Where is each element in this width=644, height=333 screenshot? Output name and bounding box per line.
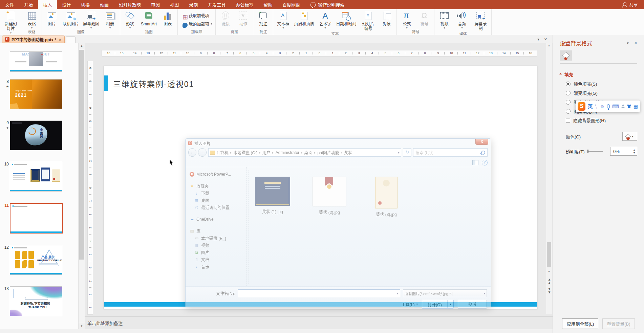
spin-arrows-icon[interactable]: ▲▼ <box>631 148 637 154</box>
tell-me-search[interactable]: 操作说明搜索 <box>305 0 350 9</box>
menu-tab-办公标签[interactable]: 办公标签 <box>231 0 258 9</box>
back-button[interactable]: ← <box>188 148 196 157</box>
menu-tab-文件[interactable]: 文件 <box>0 0 19 9</box>
filetype-filter-select[interactable]: 所有图片(*.emf;*.wmf;*.jpg;*.j ▾ <box>403 289 487 297</box>
breadcrumb-item[interactable]: 用户 <box>262 150 271 155</box>
ribbon-button-相册[interactable]: 相册▾ <box>102 10 119 29</box>
file-tab[interactable]: PPT中的修图功能.pptx * × <box>2 36 65 43</box>
next-slide-button[interactable]: ▼▼ <box>546 287 552 295</box>
nav-item-视频[interactable]: ▥视频 <box>190 242 246 249</box>
slide-thumbnail-8[interactable]: Forget Your Point2021 <box>10 79 62 109</box>
fill-option-纯色填充(S)[interactable]: 纯色填充(S) <box>566 81 637 87</box>
ribbon-button-视频[interactable]: 视频▾ <box>436 10 453 29</box>
fill-section-header[interactable]: 填充 <box>560 71 637 77</box>
breadcrumb-item[interactable]: Administrator <box>276 150 300 155</box>
filename-dropdown-icon[interactable]: ▾ <box>395 292 400 295</box>
breadcrumb-item[interactable]: 桌面 <box>304 150 313 155</box>
fill-tab-button[interactable] <box>560 50 572 61</box>
ribbon-button-图表[interactable]: 图表 <box>159 10 176 26</box>
file-item[interactable]: 奖状 (1).jpg <box>253 177 292 286</box>
scrollbar-thumb[interactable] <box>79 50 84 260</box>
ribbon-button-形状[interactable]: 形状▾ <box>122 10 138 29</box>
file-thumbnail[interactable] <box>255 177 290 206</box>
checkbox-icon[interactable] <box>566 118 570 123</box>
refresh-button[interactable]: ↻ <box>403 148 411 157</box>
nav-item-库[interactable]: ▤库 <box>190 227 246 235</box>
file-item[interactable]: 奖状 (3).jpg <box>367 177 406 286</box>
ribbon-button-批注[interactable]: +批注 <box>255 10 272 26</box>
scroll-down-icon[interactable]: ▼ <box>79 323 85 329</box>
canvas-scrollbar[interactable]: ▲ ▼ ▲▲ ▼▼ <box>546 43 552 314</box>
help-icon[interactable]: ? <box>482 160 488 165</box>
menu-tab-视图[interactable]: 视图 <box>165 0 184 9</box>
address-breadcrumb[interactable]: 计算机▸本地磁盘 (C:)▸用户▸Administrator▸桌面▸ppt图片功… <box>208 148 401 157</box>
ribbon-button-新建幻灯片[interactable]: ✦新建幻灯片▾ <box>1 10 20 35</box>
menu-tab-审阅[interactable]: 审阅 <box>146 0 165 9</box>
ribbon-button-表格[interactable]: 表格▾ <box>23 10 40 29</box>
notes-placeholder[interactable]: 单击此处添加备注 <box>87 320 123 326</box>
slide-title-text[interactable]: 三维旋转案例-透视01 <box>113 78 194 89</box>
tools-button[interactable]: 工具(L) ▾ <box>402 302 418 307</box>
radio-icon[interactable] <box>566 109 571 114</box>
scroll-up-icon[interactable]: ▲ <box>79 43 85 49</box>
ime-mode-english[interactable]: 英 <box>588 104 593 109</box>
breadcrumb-item[interactable]: ppt图片功能 <box>317 150 339 155</box>
previous-slide-button[interactable]: ▲▲ <box>546 278 552 285</box>
apply-to-all-button[interactable]: 应用到全部(L) <box>562 318 598 329</box>
slide-thumbnail-12[interactable]: 产品·展示PRODUCT DISPLAY <box>10 245 62 275</box>
ribbon-button-公式[interactable]: π公式▾ <box>398 10 415 29</box>
change-view-icon[interactable] <box>472 160 478 165</box>
ribbon-button-音频[interactable]: )音频▾ <box>453 10 470 29</box>
radio-icon[interactable] <box>566 82 571 86</box>
slide-thumbnail-10[interactable] <box>10 162 62 192</box>
ribbon-button-图片[interactable]: 图片 <box>43 10 60 26</box>
panel-dropdown-icon[interactable]: ▾ <box>627 41 629 45</box>
ribbon-button-幻灯片编号[interactable]: #幻灯片编号 <box>359 10 378 31</box>
nav-item-下载[interactable]: ↓下载 <box>190 190 246 197</box>
breadcrumb-dropdown-icon[interactable]: ▾ <box>396 151 400 154</box>
share-button[interactable]: 共享 <box>622 1 638 8</box>
fill-option-隐藏背景图形(H)[interactable]: 隐藏背景图形(H) <box>566 117 637 123</box>
color-picker-button[interactable]: ▾ <box>622 132 637 141</box>
slide-thumbnail-9[interactable]: 中国风 <box>10 120 62 150</box>
file-thumbnail[interactable] <box>313 177 346 206</box>
mic-icon[interactable] <box>607 104 610 109</box>
canvas-scroll-down-icon[interactable]: ▼ <box>546 269 552 274</box>
open-split-dropdown-icon[interactable]: ▾ <box>447 300 453 308</box>
ribbon-button-对象[interactable]: 对象 <box>378 10 395 26</box>
slide-thumbnail-13[interactable]: 谢谢聆听,下节更精彩THANK YOU <box>10 286 62 316</box>
menu-tab-插入[interactable]: 插入 <box>38 0 57 9</box>
nav-item-图片[interactable]: ◪图片 <box>190 249 246 256</box>
filename-input[interactable]: ▾ <box>238 289 400 297</box>
sogou-logo-icon[interactable]: S <box>578 102 585 111</box>
fill-option-渐变填充(G)[interactable]: 渐变填充(G) <box>566 90 637 96</box>
nav-item-桌面[interactable]: ▦桌面 <box>190 197 246 204</box>
ribbon-button-屏幕录制[interactable]: +屏幕录制 <box>471 10 490 31</box>
search-box[interactable]: 搜索 奖状 <box>413 148 488 157</box>
canvas-scrollbar-thumb[interactable] <box>547 242 551 267</box>
slide-thumbnail-11[interactable] <box>10 203 63 234</box>
skin-icon[interactable] <box>627 105 631 108</box>
menu-tab-百度网盘[interactable]: 百度网盘 <box>277 0 305 9</box>
notes-divider[interactable] <box>85 316 553 317</box>
panel-close-icon[interactable]: ✕ <box>634 41 637 45</box>
keyboard-icon[interactable]: ⌨ <box>612 104 619 109</box>
nav-item-最近访问的位置[interactable]: ◎最近访问的位置 <box>190 204 246 211</box>
breadcrumb-item[interactable]: 计算机 <box>216 150 229 155</box>
ribbon-button-文本框[interactable]: A文本框▾ <box>275 10 292 29</box>
menu-tab-设计[interactable]: 设计 <box>57 0 76 9</box>
dialog-close-button[interactable]: X <box>475 139 488 145</box>
radio-icon[interactable] <box>566 100 571 105</box>
file-item[interactable]: 奖状 (2).jpg <box>310 177 349 286</box>
menu-tab-动画[interactable]: 动画 <box>95 0 114 9</box>
menu-tab-开发工具[interactable]: 开发工具 <box>203 0 231 9</box>
emoji-icon[interactable]: ☺ <box>600 104 604 109</box>
toolbox-icon[interactable]: ▦ <box>634 104 638 109</box>
nav-item-OneDrive[interactable]: ☁OneDrive <box>190 216 246 223</box>
nav-item-文档[interactable]: ▯文档 <box>190 256 246 263</box>
tabbar-dropdown-icon[interactable]: ▾ <box>537 37 539 42</box>
ribbon-button-SmartArt[interactable]: SmartArt <box>139 10 158 26</box>
cancel-button[interactable]: 取消 <box>458 300 487 309</box>
menu-tab-帮助[interactable]: 帮助 <box>258 0 277 9</box>
menu-tab-录制[interactable]: 录制 <box>184 0 203 9</box>
